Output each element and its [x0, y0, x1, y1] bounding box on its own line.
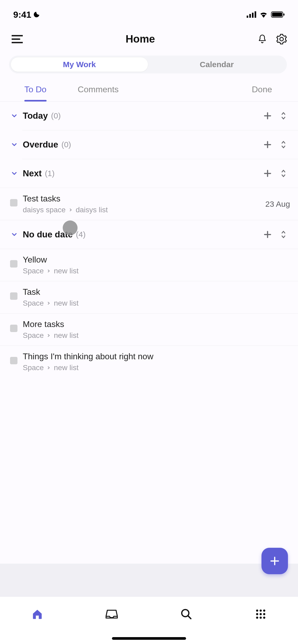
chevron-right-icon [47, 334, 51, 337]
plus-icon [263, 111, 272, 120]
task-list: daisys list [76, 206, 108, 214]
chevron-down-icon [9, 229, 20, 240]
task-checkbox[interactable] [10, 325, 17, 332]
sort-button[interactable] [280, 111, 287, 120]
plus-icon [269, 555, 280, 567]
svg-point-15 [260, 613, 262, 615]
task-row[interactable]: Test tasks daisys space daisys list 23 A… [0, 188, 298, 220]
add-task-button[interactable] [263, 140, 272, 149]
section-header-no-due-date[interactable]: No due date (4) [0, 220, 298, 249]
status-time: 9:41 [13, 10, 40, 20]
sort-icon [280, 169, 287, 178]
task-row[interactable]: Task Space new list [0, 281, 298, 313]
segment-label: Calendar [200, 60, 234, 69]
section-count: (0) [51, 111, 61, 120]
task-row[interactable]: More tasks Space new list [0, 313, 298, 346]
task-title: Test tasks [23, 194, 265, 204]
segment-my-work[interactable]: My Work [11, 57, 148, 72]
chevron-right-icon [69, 208, 73, 212]
create-task-fab[interactable] [261, 548, 288, 574]
svg-rect-5 [272, 12, 282, 17]
gear-icon [276, 34, 287, 44]
svg-rect-1 [249, 14, 251, 18]
task-row[interactable]: Yellow Space new list [0, 249, 298, 281]
task-checkbox[interactable] [10, 292, 17, 300]
task-body: Test tasks daisys space daisys list [23, 194, 265, 214]
nav-search[interactable] [178, 606, 194, 622]
nav-apps[interactable] [253, 606, 269, 622]
task-title: Task [23, 287, 290, 297]
section-count: (0) [61, 140, 71, 149]
task-list: new list [54, 331, 78, 340]
svg-rect-0 [247, 16, 248, 18]
sort-icon [280, 111, 287, 120]
task-list: new list [54, 299, 78, 307]
add-task-button[interactable] [263, 169, 272, 178]
segment-calendar[interactable]: Calendar [148, 57, 285, 72]
chevron-right-icon [47, 366, 51, 370]
chevron-down-icon [9, 168, 20, 179]
task-checkbox[interactable] [10, 199, 17, 206]
chevron-right-icon [47, 301, 51, 305]
task-checkbox[interactable] [10, 357, 17, 364]
add-task-button[interactable] [263, 230, 272, 239]
task-row[interactable]: Things I'm thinking about right now Spac… [0, 346, 298, 378]
svg-point-19 [263, 617, 265, 619]
menu-button[interactable] [12, 35, 23, 44]
sort-button[interactable] [280, 169, 287, 178]
task-body: Task Space new list [23, 287, 290, 307]
section-title: Today [23, 111, 48, 121]
subtab-todo[interactable]: To Do [24, 85, 47, 101]
moon-icon [33, 11, 40, 18]
section-actions [263, 111, 287, 120]
task-body: Yellow Space new list [23, 255, 290, 275]
svg-rect-3 [255, 11, 256, 18]
task-space: Space [23, 364, 44, 372]
section-header-today[interactable]: Today (0) [0, 102, 298, 130]
task-path: Space new list [23, 267, 290, 275]
task-date: 23 Aug [265, 200, 290, 209]
hamburger-icon [12, 35, 23, 44]
section-header-overdue[interactable]: Overdue (0) [0, 130, 298, 159]
status-time-text: 9:41 [13, 10, 31, 20]
task-path: Space new list [23, 299, 290, 307]
footer-area [0, 564, 298, 596]
task-space: Space [23, 331, 44, 340]
subtabs: To Do Comments Done [0, 77, 298, 102]
status-bar: 9:41 [0, 0, 298, 26]
sort-button[interactable] [280, 230, 287, 239]
task-title: Things I'm thinking about right now [23, 352, 290, 361]
header: Home [0, 26, 298, 53]
section-title: Next [23, 168, 42, 178]
task-path: daisys space daisys list [23, 206, 265, 214]
svg-point-18 [260, 617, 262, 619]
sort-button[interactable] [280, 140, 287, 149]
add-task-button[interactable] [263, 111, 272, 120]
subtab-comments[interactable]: Comments [78, 85, 119, 101]
battery-icon [271, 11, 285, 18]
nav-inbox[interactable] [104, 606, 120, 622]
task-space: daisys space [23, 206, 66, 214]
task-checkbox[interactable] [10, 260, 17, 268]
wifi-icon [259, 11, 268, 18]
page-title: Home [125, 33, 155, 45]
chevron-right-icon [47, 269, 51, 273]
bottom-nav [0, 596, 298, 644]
svg-rect-2 [252, 13, 254, 18]
inbox-icon [106, 609, 118, 619]
section-header-next[interactable]: Next (1) [0, 159, 298, 188]
svg-point-16 [263, 613, 265, 615]
task-body: Things I'm thinking about right now Spac… [23, 352, 290, 372]
task-list: new list [54, 364, 78, 372]
notifications-button[interactable] [258, 34, 267, 44]
nav-home[interactable] [29, 606, 45, 622]
home-indicator[interactable] [112, 637, 186, 640]
settings-button[interactable] [276, 34, 287, 44]
subtab-label: To Do [24, 85, 47, 94]
subtab-done[interactable]: Done [252, 85, 272, 101]
svg-point-17 [256, 617, 258, 619]
bell-icon [258, 34, 267, 44]
chevron-down-icon [9, 111, 20, 121]
touch-indicator [63, 220, 78, 235]
svg-point-13 [263, 610, 265, 612]
